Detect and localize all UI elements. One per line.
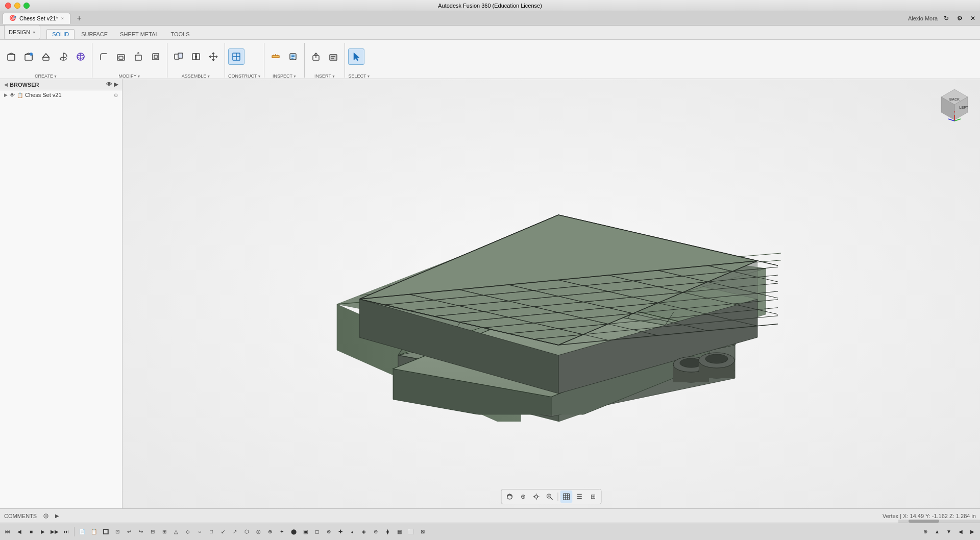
tab-tools[interactable]: TOOLS [165,29,195,39]
joint-tool[interactable] [188,48,204,65]
svg-text:BACK: BACK [949,97,960,101]
construct-label[interactable]: CONSTRUCT ▼ [228,73,261,79]
zebra-analysis-tool[interactable] [285,48,301,65]
bottom-tool-20[interactable]: ▣ [300,526,311,537]
bottom-tool-17[interactable]: ⊕ [264,526,276,537]
comments-expand[interactable]: ▶ [55,513,59,519]
move-bodies-tool[interactable] [205,48,222,65]
anim-stop[interactable]: ■ [26,526,37,537]
bottom-tool-25[interactable]: ◈ [358,526,370,537]
insert-mesh-tool[interactable] [308,48,324,65]
browser-eye-btn[interactable]: 👁 [106,81,112,88]
browser-expand-btn[interactable]: ▶ [114,81,118,88]
new-body-tool[interactable]: + [20,48,37,65]
display-mode-btn[interactable] [560,490,573,503]
grid-settings-btn[interactable]: ⊞ [587,490,599,503]
select-label[interactable]: SELECT ▼ [348,73,370,79]
zoom-btn[interactable] [544,490,556,503]
select-tool[interactable] [348,48,364,65]
pattern-tool[interactable] [72,48,89,65]
pan-btn[interactable]: ⊕ [517,490,529,503]
modify-label[interactable]: MODIFY ▼ [119,73,141,79]
comments-toggle[interactable] [41,511,51,521]
minimize-button[interactable] [14,3,20,9]
right-tool-5[interactable]: ▶ [967,526,978,537]
right-tool-1[interactable]: ⊕ [920,526,931,537]
browser-tree-item[interactable]: ▶ 👁 📋 Chess Set v21 ⊙ [0,90,122,100]
visual-style-btn[interactable]: ☰ [574,490,586,503]
app-tab[interactable]: 🎯 Chess Set v21* × [3,13,70,24]
bottom-tool-14[interactable]: ↗ [229,526,240,537]
right-tool-3[interactable]: ▼ [943,526,954,537]
anim-last[interactable]: ⏭ [61,526,72,537]
bottom-tool-10[interactable]: ◇ [182,526,193,537]
box-tool[interactable] [3,48,19,65]
bottom-tool-12[interactable]: □ [206,526,217,537]
bottom-tool-30[interactable]: ⊠ [417,526,428,537]
bottom-tool-3[interactable]: 🔲 [100,526,111,537]
bottom-tool-2[interactable]: 📋 [88,526,100,537]
orbit-btn[interactable] [504,490,516,503]
tab-close-button[interactable]: × [61,16,64,21]
bottom-tool-28[interactable]: ▦ [394,526,405,537]
bottom-tool-18[interactable]: ✦ [276,526,287,537]
extrude-tool[interactable] [38,48,54,65]
fillet-tool[interactable] [95,48,112,65]
inspect-label[interactable]: INSPECT ▼ [273,73,297,79]
animation-toolbar: ⏮ ◀ ■ ▶ ▶▶ ⏭ 📄 📋 🔲 ⊡ ↩ ↪ ⊟ ⊞ △ ◇ ○ □ ↙ ↗… [0,523,980,540]
close-button[interactable] [5,3,11,9]
bottom-tool-7[interactable]: ⊟ [147,526,158,537]
revolve-tool[interactable] [55,48,71,65]
right-tool-2[interactable]: ▲ [932,526,943,537]
assemble-label[interactable]: ASSEMBLE ▼ [182,73,210,79]
bottom-tool-22[interactable]: ⊗ [323,526,334,537]
bottom-tool-24[interactable]: ⬥ [347,526,358,537]
new-tab-button[interactable]: + [74,13,85,24]
bottom-tool-16[interactable]: ◎ [253,526,264,537]
bottom-tool-13[interactable]: ↙ [217,526,229,537]
look-at-btn[interactable] [530,490,543,503]
bottom-tool-19[interactable]: ⬤ [288,526,299,537]
create-label[interactable]: CREATE ▼ [35,73,57,79]
titlebar-title: Autodesk Fusion 360 (Education License) [438,3,542,9]
design-dropdown[interactable]: DESIGN ▼ [4,25,40,39]
bottom-tool-6[interactable]: ↪ [135,526,146,537]
close-window-button[interactable]: ✕ [968,14,977,23]
bottom-tool-1[interactable]: 📄 [77,526,88,537]
bottom-tool-29[interactable]: ⬜ [405,526,416,537]
insert-label[interactable]: INSERT ▼ [314,73,335,79]
bottom-tool-26[interactable]: ⊛ [370,526,381,537]
construct-active-tool[interactable] [228,48,244,65]
anim-prev[interactable]: ◀ [14,526,25,537]
scale-tool[interactable] [148,48,164,65]
bottom-tool-5[interactable]: ↩ [124,526,135,537]
refresh-button[interactable]: ↻ [942,14,951,23]
browser-collapse-btn[interactable]: ◀ [4,82,8,87]
bottom-tool-11[interactable]: ○ [194,526,205,537]
scrollbar-track[interactable] [898,520,980,523]
new-component-tool[interactable] [170,48,187,65]
tab-sheet-metal[interactable]: SHEET METAL [114,29,164,39]
bottom-tool-15[interactable]: ⬡ [241,526,252,537]
anim-first[interactable]: ⏮ [2,526,13,537]
scrollbar-thumb[interactable] [909,520,939,523]
decal-tool[interactable] [325,48,341,65]
bottom-tool-9[interactable]: △ [170,526,182,537]
bottom-tool-8[interactable]: ⊞ [159,526,170,537]
bottom-tool-4[interactable]: ⊡ [112,526,123,537]
move-tool[interactable] [130,48,146,65]
anim-play[interactable]: ▶ [37,526,48,537]
shell-tool[interactable] [113,48,129,65]
measure-tool[interactable] [267,48,284,65]
viewport[interactable]: BACK LEFT Y ⊕ [122,79,980,508]
view-cube[interactable]: BACK LEFT Y [934,84,975,125]
settings-button[interactable]: ⚙ [955,14,964,23]
tab-surface[interactable]: SURFACE [76,29,113,39]
right-tool-4[interactable]: ◀ [955,526,966,537]
maximize-button[interactable] [23,3,30,9]
bottom-tool-23[interactable]: ✚ [335,526,346,537]
tab-solid[interactable]: SOLID [46,29,75,39]
bottom-tool-21[interactable]: ◻ [311,526,323,537]
anim-next[interactable]: ▶▶ [49,526,60,537]
bottom-tool-27[interactable]: ⧫ [382,526,393,537]
